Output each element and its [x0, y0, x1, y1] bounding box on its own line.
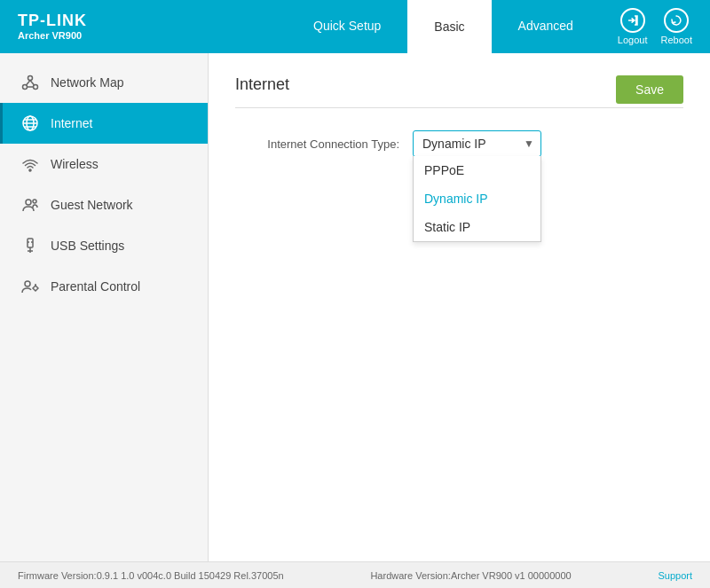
svg-point-2	[34, 85, 38, 90]
svg-line-4	[30, 81, 35, 86]
sidebar-item-usb-settings[interactable]: USB Settings	[0, 225, 208, 266]
sidebar-label-network-map: Network Map	[51, 75, 123, 90]
header: TP-LINK Archer VR900 Quick Setup Basic A…	[0, 0, 710, 53]
dropdown-item-dynamic-ip[interactable]: Dynamic IP	[414, 184, 540, 213]
sidebar-label-wireless: Wireless	[51, 157, 99, 171]
nav-tabs: Quick Setup Basic Advanced	[287, 0, 600, 53]
tab-advanced[interactable]: Advanced	[492, 0, 600, 53]
logo-brand: TP-LINK	[18, 12, 87, 31]
dropdown-menu: PPPoE Dynamic IP Static IP	[413, 156, 541, 242]
connection-type-select[interactable]: Dynamic IP PPPoE Static IP	[413, 130, 541, 157]
logout-icon	[620, 8, 645, 33]
sidebar-label-guest-network: Guest Network	[51, 198, 133, 212]
dropdown-item-static-ip[interactable]: Static IP	[414, 213, 540, 241]
sidebar-label-internet: Internet	[51, 116, 92, 130]
svg-point-19	[25, 281, 30, 286]
support-link[interactable]: Support	[658, 570, 692, 581]
guest-network-icon	[20, 195, 40, 215]
form-row-connection-type: Internet Connection Type: Dynamic IP PPP…	[235, 130, 683, 157]
svg-point-0	[28, 76, 33, 81]
svg-point-12	[26, 200, 31, 205]
header-actions: Logout Reboot	[618, 8, 692, 45]
svg-point-1	[23, 85, 28, 90]
dropdown-item-pppoe[interactable]: PPPoE	[414, 156, 540, 184]
footer-hardware: Hardware Version:Archer VR900 v1 0000000…	[370, 570, 571, 581]
svg-line-3	[27, 81, 31, 86]
svg-point-13	[33, 200, 36, 203]
network-map-icon	[20, 73, 40, 92]
footer-firmware: Firmware Version:0.9.1 1.0 v004c.0 Build…	[18, 570, 284, 581]
sidebar-item-parental-control[interactable]: Parental Control	[0, 266, 208, 307]
tab-basic[interactable]: Basic	[407, 0, 491, 53]
logo: TP-LINK Archer VR900	[18, 12, 87, 43]
sidebar-item-internet[interactable]: Internet	[0, 103, 208, 144]
logo-model: Archer VR900	[18, 30, 87, 42]
sidebar-item-wireless[interactable]: Wireless	[0, 144, 208, 184]
main-content: Internet Save Internet Connection Type: …	[209, 53, 710, 561]
svg-point-11	[29, 169, 31, 171]
wireless-icon	[20, 154, 40, 174]
tab-quick-setup[interactable]: Quick Setup	[287, 0, 407, 53]
connection-type-select-wrapper[interactable]: Dynamic IP PPPoE Static IP ▼ PPPoE Dynam…	[413, 130, 541, 157]
sidebar-item-guest-network[interactable]: Guest Network	[0, 184, 208, 225]
logout-button[interactable]: Logout	[618, 8, 648, 45]
save-button[interactable]: Save	[616, 75, 683, 104]
layout: Network Map Internet	[0, 53, 710, 561]
sidebar-item-network-map[interactable]: Network Map	[0, 62, 208, 103]
logout-label: Logout	[618, 35, 648, 45]
internet-icon	[20, 114, 40, 133]
usb-icon	[20, 236, 40, 255]
reboot-icon	[664, 8, 689, 33]
sidebar-label-usb-settings: USB Settings	[51, 239, 124, 253]
parental-icon	[20, 277, 40, 296]
sidebar-label-parental-control: Parental Control	[51, 279, 140, 294]
reboot-label: Reboot	[661, 35, 692, 45]
connection-type-label: Internet Connection Type:	[235, 137, 413, 151]
reboot-button[interactable]: Reboot	[661, 8, 692, 45]
section-divider	[235, 107, 683, 108]
footer: Firmware Version:0.9.1 1.0 v004c.0 Build…	[0, 561, 710, 588]
sidebar: Network Map Internet	[0, 53, 209, 561]
